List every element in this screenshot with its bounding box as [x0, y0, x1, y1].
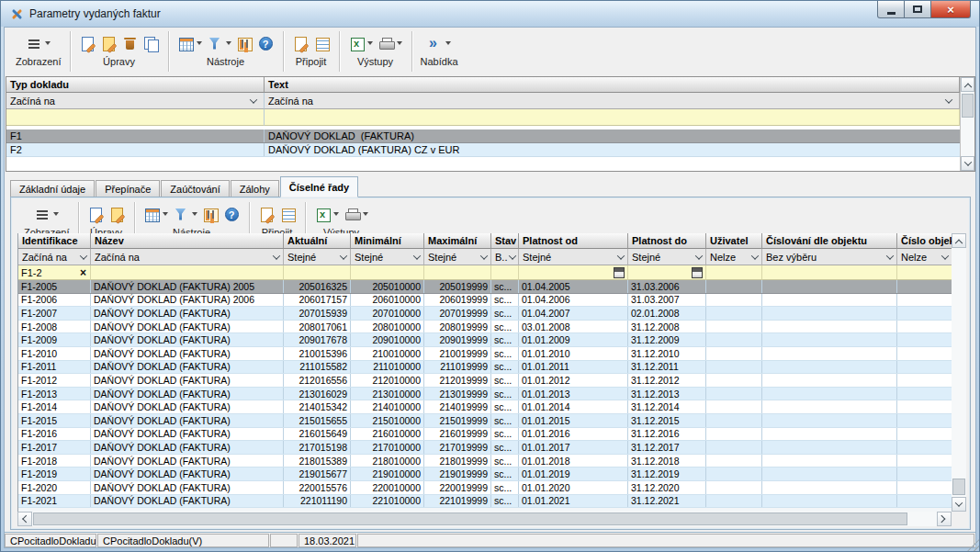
new-record-button[interactable]	[77, 34, 98, 53]
cell[interactable]: 217015198	[284, 441, 351, 454]
column-header-stav[interactable]: Stav	[491, 233, 519, 249]
cell[interactable]: sc...	[491, 468, 519, 480]
cell[interactable]: 211019999	[424, 361, 491, 374]
cell[interactable]: 01.01.2018	[519, 455, 628, 468]
cell[interactable]	[897, 374, 952, 387]
cell[interactable]: DAŇOVÝ DOKLAD (FAKTURA)	[91, 455, 284, 468]
cell[interactable]: 31.12.2021	[628, 495, 706, 508]
filter-operator-stav[interactable]: B...	[491, 249, 519, 265]
cell[interactable]	[706, 307, 762, 320]
cell[interactable]: 208017061	[284, 321, 351, 333]
column-header-text[interactable]: Text	[265, 77, 960, 93]
cell[interactable]: 01.01.2009	[519, 333, 628, 346]
cell[interactable]: 31.12.2014	[628, 400, 706, 413]
cell[interactable]: DAŇOVÝ DOKLAD (FAKTURA)	[91, 414, 284, 427]
cell[interactable]: 211010000	[351, 361, 424, 374]
cell[interactable]	[897, 428, 952, 441]
cell[interactable]: 213019999	[424, 388, 491, 400]
cell[interactable]: 01.01.2015	[519, 414, 628, 427]
cell[interactable]: sc...	[491, 455, 519, 468]
cell[interactable]: 213016029	[284, 388, 351, 400]
cell[interactable]	[706, 441, 762, 454]
cell[interactable]	[897, 481, 952, 494]
cell[interactable]: 214010000	[351, 400, 424, 413]
table-row-F1-2009[interactable]: F1-2009DAŇOVÝ DOKLAD (FAKTURA)2090176782…	[18, 333, 952, 347]
cell[interactable]: 207015939	[284, 307, 351, 320]
calendar-icon[interactable]	[614, 267, 625, 278]
cell[interactable]: F1-2014	[18, 400, 91, 413]
cell[interactable]: 01.04.2006	[519, 294, 628, 307]
cell[interactable]: sc...	[491, 388, 519, 400]
cell[interactable]: 210019999	[424, 347, 491, 360]
cell[interactable]	[706, 388, 762, 400]
tab-zalohy[interactable]: Zálohy	[231, 180, 279, 197]
cell[interactable]	[706, 294, 762, 307]
cell[interactable]: 208010000	[351, 321, 424, 333]
table-row-F1-2021[interactable]: F1-2021DAŇOVÝ DOKLAD (FAKTURA)2210111902…	[18, 495, 952, 509]
cell[interactable]: 01.01.2017	[519, 441, 628, 454]
cell[interactable]: 31.12.2009	[628, 333, 706, 346]
table-row-F1-2005[interactable]: F1-2005DAŇOVÝ DOKLAD (FAKTURA) 200520501…	[18, 280, 952, 294]
cell[interactable]: F1-2010	[18, 347, 91, 360]
cell[interactable]: F1-2018	[18, 455, 91, 468]
cell[interactable]	[706, 400, 762, 413]
scrollbar-track[interactable]	[952, 248, 966, 497]
cell[interactable]	[897, 400, 952, 413]
scrollbar-track[interactable]	[32, 512, 937, 526]
cell[interactable]	[897, 468, 952, 480]
view-menu-button[interactable]	[24, 34, 53, 53]
cell[interactable]: 31.12.2010	[628, 347, 706, 360]
cell[interactable]	[762, 428, 897, 441]
cell[interactable]: 01.01.2010	[519, 347, 628, 360]
cell[interactable]: 01.04.2005	[519, 280, 628, 293]
cell[interactable]: DAŇOVÝ DOKLAD (FAKTURA)	[91, 333, 284, 346]
column-header-cislovani-dle-objektu[interactable]: Číslování dle objektu	[762, 233, 897, 249]
table-row-F1-2006[interactable]: F1-2006DAŇOVÝ DOKLAD (FAKTURA) 200620601…	[18, 294, 952, 308]
cell[interactable]	[897, 441, 952, 454]
column-header-typ-dokladu[interactable]: Typ dokladu	[6, 77, 265, 93]
cell[interactable]: 01.01.2019	[519, 468, 628, 480]
cell[interactable]: 02.01.2008	[628, 307, 706, 320]
cell[interactable]	[897, 388, 952, 400]
cell[interactable]: F1-2008	[18, 321, 91, 333]
quick-filter-maximalni[interactable]	[424, 265, 491, 280]
cell[interactable]: 214019999	[424, 400, 491, 413]
cell[interactable]: 207019999	[424, 307, 491, 320]
filter-operator-text[interactable]: Začíná na	[265, 93, 960, 109]
maximize-button[interactable]	[905, 1, 930, 18]
close-button[interactable]: ×	[930, 1, 971, 18]
filter-operator-uzivatel[interactable]: Nelze	[706, 249, 762, 265]
column-header-maximalni[interactable]: Maximální	[424, 233, 491, 249]
cell[interactable]	[897, 361, 952, 374]
filter-operator-platnost-do[interactable]: Stejné	[628, 249, 706, 265]
quick-filter-platnost-do[interactable]	[628, 265, 706, 280]
cell[interactable]: sc...	[491, 294, 519, 307]
cell[interactable]	[762, 347, 897, 360]
grid-settings-button[interactable]	[175, 34, 205, 53]
scrollbar-thumb[interactable]	[962, 94, 974, 118]
copy-record-button[interactable]	[141, 34, 162, 53]
cell[interactable]	[706, 414, 762, 427]
cell[interactable]	[897, 333, 952, 346]
cell[interactable]: sc...	[491, 333, 519, 346]
cell[interactable]: F1-2020	[18, 481, 91, 494]
cell[interactable]: 01.01.2014	[519, 400, 628, 413]
cell[interactable]	[897, 347, 952, 360]
cell[interactable]: F1-2009	[18, 333, 91, 346]
cell[interactable]: sc...	[491, 307, 519, 320]
cell[interactable]: F1-2006	[18, 294, 91, 307]
cell[interactable]: sc...	[491, 374, 519, 387]
cell[interactable]: sc...	[491, 400, 519, 413]
cell[interactable]	[897, 455, 952, 468]
scroll-down-button[interactable]	[952, 497, 966, 512]
quick-filter-stav[interactable]	[491, 265, 519, 280]
tab-ciselne-rady[interactable]: Číselné řady	[280, 176, 358, 197]
quick-filter-nazev[interactable]	[91, 265, 284, 280]
cell[interactable]: 211015582	[284, 361, 351, 374]
cell[interactable]: 212016556	[284, 374, 351, 387]
table-vertical-scrollbar[interactable]	[952, 233, 966, 512]
cell[interactable]: 03.01.2008	[519, 321, 628, 333]
filter-operator-cislovani-dle-objektu[interactable]: Bez výběru	[762, 249, 897, 265]
attachments-button[interactable]	[311, 34, 332, 53]
cell[interactable]: F1-2016	[18, 428, 91, 441]
